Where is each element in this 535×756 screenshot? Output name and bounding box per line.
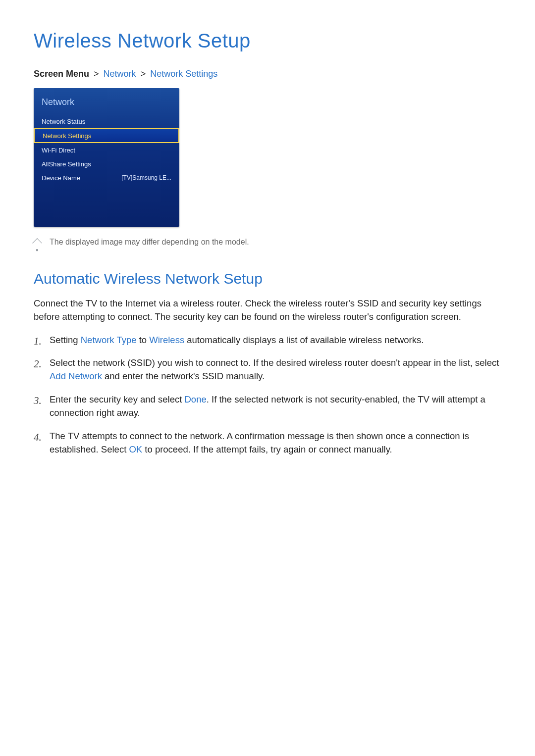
step-3: Enter the security key and select Done. … — [50, 393, 501, 420]
breadcrumb-item-network: Network — [104, 69, 136, 79]
highlight-wireless: Wireless — [149, 335, 184, 345]
step-4: The TV attempts to connect to the networ… — [50, 430, 501, 456]
note-text: The displayed image may differ depending… — [50, 238, 249, 247]
note-row: The displayed image may differ depending… — [34, 238, 501, 247]
step-text: to proceed. If the attempt fails, try ag… — [142, 444, 392, 454]
step-1: Setting Network Type to Wireless automat… — [50, 334, 501, 347]
highlight-ok: OK — [129, 444, 142, 454]
chevron-right-icon: > — [94, 69, 99, 79]
tv-menu-item-device-name[interactable]: Device Name [TV]Samsung LE... — [34, 171, 179, 185]
step-text: Select the network (SSID) you wish to co… — [50, 357, 499, 368]
menu-item-label: Network Settings — [43, 132, 91, 140]
breadcrumb-prefix: Screen Menu — [34, 69, 89, 79]
menu-item-label: Device Name — [42, 174, 80, 182]
chevron-right-icon: > — [141, 69, 146, 79]
step-text: Setting — [50, 335, 81, 345]
highlight-network-type: Network Type — [81, 335, 137, 345]
breadcrumb: Screen Menu > Network > Network Settings — [34, 69, 501, 79]
step-2: Select the network (SSID) you wish to co… — [50, 356, 501, 383]
menu-item-label: Network Status — [42, 118, 85, 125]
highlight-done: Done — [185, 394, 207, 404]
section-title: Automatic Wireless Network Setup — [34, 270, 501, 287]
page-root: Wireless Network Setup Screen Menu > Net… — [0, 0, 535, 456]
tv-menu-item-allshare-settings[interactable]: AllShare Settings — [34, 157, 179, 171]
breadcrumb-item-network-settings: Network Settings — [150, 69, 217, 79]
step-text: to — [137, 335, 150, 345]
step-text: automatically displays a list of availab… — [184, 335, 424, 345]
tv-menu-item-network-status[interactable]: Network Status — [34, 114, 179, 128]
pencil-icon — [32, 238, 42, 248]
page-title: Wireless Network Setup — [34, 30, 501, 52]
tv-menu-panel: Network Network Status Network Settings … — [34, 88, 179, 227]
tv-menu-item-network-settings[interactable]: Network Settings — [34, 128, 179, 143]
tv-menu-item-wifi-direct[interactable]: Wi-Fi Direct — [34, 143, 179, 157]
intro-paragraph: Connect the TV to the Internet via a wir… — [34, 297, 501, 324]
tv-panel-title: Network — [34, 95, 179, 114]
menu-item-value: [TV]Samsung LE... — [121, 174, 171, 181]
menu-item-label: AllShare Settings — [42, 160, 91, 168]
steps-list: Setting Network Type to Wireless automat… — [34, 334, 501, 456]
highlight-add-network: Add Network — [50, 371, 102, 381]
step-text: Enter the security key and select — [50, 394, 185, 404]
step-text: and enter the network's SSID manually. — [102, 371, 265, 381]
menu-item-label: Wi-Fi Direct — [42, 147, 75, 154]
